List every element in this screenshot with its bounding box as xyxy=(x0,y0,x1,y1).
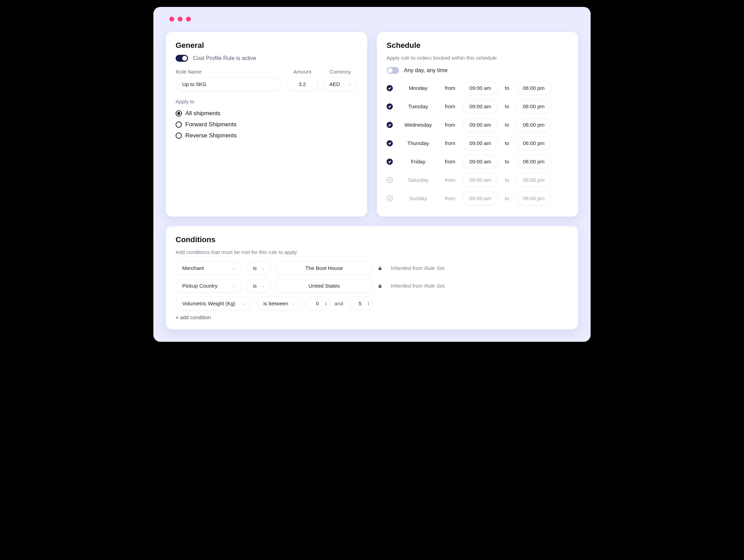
apply-option-label: Reverse Shipments xyxy=(185,132,237,139)
schedule-day-row: Tuesday from 09:00 am to 06:00 pm xyxy=(387,97,568,116)
currency-select[interactable]: AED ⌄ xyxy=(323,77,357,91)
apply-to-radio[interactable]: Reverse Shipments xyxy=(176,130,357,141)
amount-input[interactable]: 3.2 xyxy=(287,77,318,91)
condition-field-select[interactable]: Pickup Country ⌄ xyxy=(176,279,242,292)
chevron-down-icon: ⌄ xyxy=(348,82,351,86)
from-time-input[interactable]: 09:00 am xyxy=(463,118,498,131)
schedule-day-row: Friday from 09:00 am to 06:00 pm xyxy=(387,152,568,171)
conditions-subtitle: Add conditions that must be met for this… xyxy=(176,249,568,255)
general-title: General xyxy=(176,41,357,50)
to-time-input[interactable]: 06:00 pm xyxy=(516,192,551,205)
day-check-icon[interactable] xyxy=(387,195,393,202)
day-check-icon[interactable] xyxy=(387,85,393,91)
app-window: General Cost Profile Rule is active Rule… xyxy=(153,7,591,342)
rule-name-value: Up to 5KG xyxy=(182,81,206,87)
from-label: from xyxy=(441,195,459,201)
lock-icon xyxy=(378,283,382,288)
condition-op-select[interactable]: is ⌄ xyxy=(246,261,271,275)
range-from-value: 0 xyxy=(316,300,319,306)
chevron-down-icon: ⌄ xyxy=(232,284,235,288)
day-name: Monday xyxy=(399,85,437,91)
amount-label: Amount xyxy=(287,69,318,75)
condition-value-input[interactable]: The Boot House xyxy=(276,261,373,275)
to-label: to xyxy=(502,103,512,109)
radio-icon xyxy=(176,133,182,139)
to-time-input[interactable]: 06:00 pm xyxy=(516,100,551,113)
apply-to-radio[interactable]: Forward Shipments xyxy=(176,119,357,130)
condition-value-input[interactable]: United States xyxy=(276,279,373,292)
day-check-icon[interactable] xyxy=(387,122,393,128)
to-time-input[interactable]: 06:00 pm xyxy=(516,81,551,95)
to-time-input[interactable]: 06:00 pm xyxy=(516,173,551,187)
condition-field-select[interactable]: Volumetric Weight (Kg) ⌄ xyxy=(176,297,252,310)
condition-op-value: is xyxy=(253,265,257,271)
to-label: to xyxy=(502,122,512,128)
currency-label: Currency xyxy=(323,69,357,75)
stepper-icon[interactable]: ▴▾ xyxy=(325,302,327,306)
condition-field-value: Volumetric Weight (Kg) xyxy=(182,300,235,306)
apply-to-label: Apply to xyxy=(176,99,357,104)
day-name: Thursday xyxy=(399,140,437,146)
day-check-icon[interactable] xyxy=(387,140,393,146)
condition-op-select[interactable]: is between ⌄ xyxy=(257,297,301,310)
radio-icon xyxy=(176,121,182,128)
schedule-day-row: Thursday from 09:00 am to 06:00 pm xyxy=(387,134,568,152)
from-label: from xyxy=(441,177,459,183)
day-name: Sunday xyxy=(399,195,437,201)
condition-row: Pickup Country ⌄ is ⌄ United States Inhe… xyxy=(176,279,568,292)
chevron-down-icon: ⌄ xyxy=(261,284,264,288)
add-condition-button[interactable]: + add condition xyxy=(176,314,568,320)
from-time-input[interactable]: 09:00 am xyxy=(463,136,498,150)
traffic-light-min[interactable] xyxy=(178,17,183,22)
from-time-input[interactable]: 09:00 am xyxy=(463,100,498,113)
day-check-icon[interactable] xyxy=(387,103,393,110)
traffic-light-close[interactable] xyxy=(169,17,174,22)
rule-name-input[interactable]: Up to 5KG xyxy=(176,77,282,91)
amount-value: 3.2 xyxy=(299,81,306,87)
to-time-input[interactable]: 06:00 pm xyxy=(516,136,551,150)
currency-value: AED xyxy=(329,81,340,87)
anyday-toggle[interactable] xyxy=(387,67,399,74)
inherited-label: Inherited from Rule Set. xyxy=(391,283,446,289)
stepper-icon[interactable]: ▴▾ xyxy=(368,302,369,306)
schedule-day-row: Wednesday from 09:00 am to 06:00 pm xyxy=(387,116,568,134)
anyday-label: Any day, any time xyxy=(404,67,448,74)
schedule-day-row: Saturday from 09:00 am to 06:00 pm xyxy=(387,171,568,189)
day-name: Wednesday xyxy=(399,122,437,128)
from-time-input[interactable]: 09:00 am xyxy=(463,155,498,168)
condition-field-value: Merchant xyxy=(182,265,204,271)
from-time-input[interactable]: 09:00 am xyxy=(463,81,498,95)
active-toggle[interactable] xyxy=(176,55,188,62)
condition-field-value: Pickup Country xyxy=(182,283,218,289)
general-card: General Cost Profile Rule is active Rule… xyxy=(166,32,367,217)
condition-row: Merchant ⌄ is ⌄ The Boot House Inherited… xyxy=(176,261,568,275)
day-name: Friday xyxy=(399,159,437,164)
traffic-lights xyxy=(169,17,578,22)
schedule-card: Schedule Apply rule to orders booked wit… xyxy=(377,32,578,217)
to-label: to xyxy=(502,159,512,164)
schedule-title: Schedule xyxy=(387,41,568,50)
from-time-input[interactable]: 09:00 am xyxy=(463,192,498,205)
day-check-icon[interactable] xyxy=(387,159,393,165)
range-to-value: 5 xyxy=(359,300,362,306)
schedule-day-row: Sunday from 09:00 am to 06:00 pm xyxy=(387,189,568,207)
traffic-light-max[interactable] xyxy=(186,17,191,22)
chevron-down-icon: ⌄ xyxy=(243,302,245,305)
condition-row-range: Volumetric Weight (Kg) ⌄ is between ⌄ 0 … xyxy=(176,297,568,310)
schedule-subtitle: Apply rule to orders booked within this … xyxy=(387,55,568,61)
condition-field-select[interactable]: Merchant ⌄ xyxy=(176,261,242,275)
from-label: from xyxy=(441,140,459,146)
lock-icon xyxy=(378,266,382,271)
from-time-input[interactable]: 09:00 am xyxy=(463,173,498,187)
to-time-input[interactable]: 06:00 pm xyxy=(516,155,551,168)
range-to-input[interactable]: 5 ▴▾ xyxy=(348,297,372,310)
condition-op-select[interactable]: is ⌄ xyxy=(246,279,271,292)
chevron-down-icon: ⌄ xyxy=(261,266,264,270)
apply-to-radio[interactable]: All shipments xyxy=(176,108,357,119)
day-check-icon[interactable] xyxy=(387,177,393,183)
rule-name-label: Rule Name xyxy=(176,69,282,75)
from-label: from xyxy=(441,103,459,109)
to-time-input[interactable]: 06:00 pm xyxy=(516,118,551,131)
range-from-input[interactable]: 0 ▴▾ xyxy=(305,297,330,310)
day-name: Tuesday xyxy=(399,103,437,109)
